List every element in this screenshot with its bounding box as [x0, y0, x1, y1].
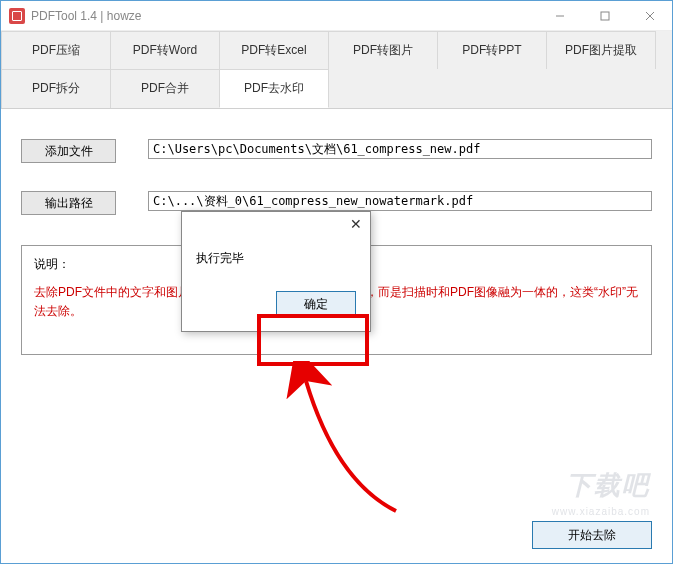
output-path-input[interactable] [148, 191, 652, 211]
dialog-message: 执行完毕 [182, 236, 370, 291]
tab-toolbar: PDF压缩 PDF转Word PDF转Excel PDF转图片 PDF转PPT … [1, 31, 672, 109]
svg-rect-1 [601, 12, 609, 20]
app-window: PDFTool 1.4 | howze PDF压缩 PDF转Word PDF转E… [0, 0, 673, 564]
minimize-button[interactable] [537, 1, 582, 30]
tab-to-ppt[interactable]: PDF转PPT [437, 31, 547, 69]
tab-extract-image[interactable]: PDF图片提取 [546, 31, 656, 69]
dialog-footer: 确定 [182, 291, 370, 331]
tab-row-2: PDF拆分 PDF合并 PDF去水印 [1, 69, 672, 108]
tab-compress[interactable]: PDF压缩 [1, 31, 111, 69]
window-controls [537, 1, 672, 30]
tab-split[interactable]: PDF拆分 [1, 69, 111, 108]
add-file-row: 添加文件 [21, 139, 652, 163]
add-file-button[interactable]: 添加文件 [21, 139, 116, 163]
tab-remove-watermark[interactable]: PDF去水印 [219, 69, 329, 108]
tab-to-word[interactable]: PDF转Word [110, 31, 220, 69]
tab-to-image[interactable]: PDF转图片 [328, 31, 438, 69]
footer: 开始去除 [1, 511, 672, 563]
tab-merge[interactable]: PDF合并 [110, 69, 220, 108]
dialog-close-icon[interactable]: ✕ [350, 216, 362, 232]
window-title: PDFTool 1.4 | howze [31, 9, 537, 23]
completion-dialog: ✕ 执行完毕 确定 [181, 211, 371, 332]
output-path-button[interactable]: 输出路径 [21, 191, 116, 215]
titlebar: PDFTool 1.4 | howze [1, 1, 672, 31]
dialog-header: ✕ [182, 212, 370, 236]
start-remove-button[interactable]: 开始去除 [532, 521, 652, 549]
close-button[interactable] [627, 1, 672, 30]
app-icon [9, 8, 25, 24]
dialog-ok-button[interactable]: 确定 [276, 291, 356, 317]
file-path-input[interactable] [148, 139, 652, 159]
tab-row-1: PDF压缩 PDF转Word PDF转Excel PDF转图片 PDF转PPT … [1, 31, 672, 69]
maximize-button[interactable] [582, 1, 627, 30]
tab-to-excel[interactable]: PDF转Excel [219, 31, 329, 69]
